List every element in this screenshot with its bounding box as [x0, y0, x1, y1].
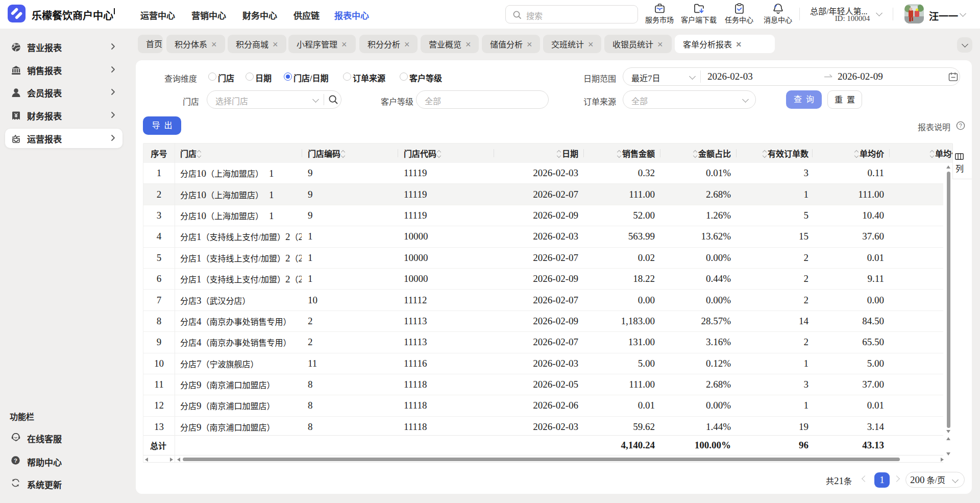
svg-text:?: ? — [959, 123, 962, 129]
svg-text:?: ? — [14, 458, 17, 464]
